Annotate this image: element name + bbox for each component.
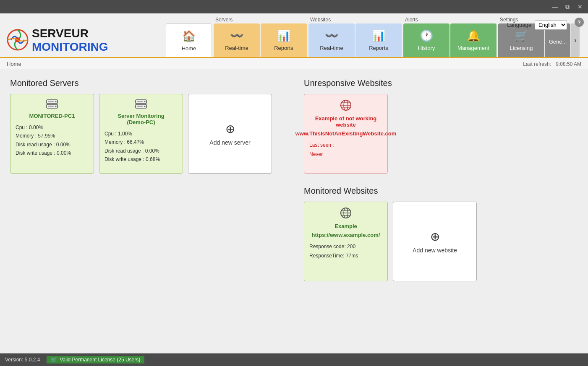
tab-servers-reports-label: Reports xyxy=(274,45,293,51)
last-seen-value: Never xyxy=(309,150,334,159)
add-website-label: Add new website xyxy=(413,247,457,254)
tab-websites-realtime[interactable]: 〰️ Real-time xyxy=(308,23,355,57)
websites-reports-icon: 📊 xyxy=(372,29,385,42)
unresponsive-site-url-1: www.ThisIsNotAnExistingWebsite.com xyxy=(295,130,397,137)
unresponsive-websites-title: Unresponsive Websites xyxy=(304,78,578,88)
server-card-1[interactable]: MONITORED-PC1 Cpu : 0.00% Memory : 57.95… xyxy=(10,94,94,174)
nav-group-alerts: Alerts 🕐 History 🔔 Management xyxy=(403,17,497,57)
tab-servers-rt-label: Real-time xyxy=(225,45,248,51)
monitored-site-url-1: https://www.example.com/ xyxy=(312,232,380,238)
tab-websites-reports-label: Reports xyxy=(369,45,388,51)
last-refresh-label: Last refresh: xyxy=(523,61,551,67)
globe-ok-icon xyxy=(340,207,352,221)
minimize-button[interactable]: — xyxy=(550,2,559,11)
svg-rect-6 xyxy=(48,101,54,102)
add-server-card[interactable]: ⊕ Add new server xyxy=(188,94,272,174)
unresponsive-site-stats-1: Last seen : Never xyxy=(309,141,334,159)
home-icon: 🏠 xyxy=(182,30,196,43)
statusbar: Version: 5.0.2.4 🛒 Valid Permanent Licen… xyxy=(0,353,588,366)
websites-rt-icon: 〰️ xyxy=(325,29,338,42)
server-card-2[interactable]: Server Monitoring(Demo-PC) Cpu : 1.00% M… xyxy=(99,94,183,174)
header: SERVEUR MONITORING . 🏠 Home Servers 〰️ R… xyxy=(0,13,588,58)
server-icon-2 xyxy=(135,99,147,111)
server-name-2: Server Monitoring(Demo-PC) xyxy=(118,113,164,125)
monitored-website-cards-row: Example https://www.example.com/ Respons… xyxy=(304,202,578,281)
last-seen-label: Last seen : xyxy=(309,141,334,150)
svg-point-10 xyxy=(144,101,146,102)
server-stats-1: Cpu : 0.00% Memory : 57.95% Disk read us… xyxy=(16,123,71,158)
right-column: Unresponsive Websites Example of not wor… xyxy=(304,78,578,348)
svg-point-5 xyxy=(55,106,57,107)
svg-rect-12 xyxy=(137,101,143,102)
last-refresh-time: 9:08:50 AM xyxy=(556,61,581,67)
add-server-icon: ⊕ xyxy=(225,122,235,136)
language-select[interactable]: English French Spanish German xyxy=(535,20,567,30)
monitored-servers-title: Monitored Servers xyxy=(10,78,287,88)
unresponsive-site-card-1[interactable]: Example of not working website www.ThisI… xyxy=(304,94,388,174)
realtime-icon: 〰️ xyxy=(230,29,243,42)
nav-group-alerts-label: Alerts xyxy=(403,17,420,23)
license-icon: 🛒 xyxy=(51,357,57,363)
tab-home[interactable]: 🏠 Home xyxy=(166,23,212,57)
nav-group-websites-label: Websites xyxy=(308,17,332,23)
server-cpu-1: Cpu : 0.00% xyxy=(16,123,71,132)
monitored-websites-section: Monitored Websites Example https://www.e xyxy=(304,186,578,281)
response-time: ResponseTime: 77ms xyxy=(309,252,358,261)
monitored-site-card-1[interactable]: Example https://www.example.com/ Respons… xyxy=(304,202,388,281)
tab-licensing-label: Licensing xyxy=(510,45,533,51)
nav-group-websites: Websites 〰️ Real-time 📊 Reports xyxy=(308,17,402,57)
cart-icon: 🛒 xyxy=(515,29,528,42)
monitored-servers-section: Monitored Servers MONITORE xyxy=(10,78,287,174)
server-cards-row: MONITORED-PC1 Cpu : 0.00% Memory : 57.95… xyxy=(10,94,287,174)
tab-servers-realtime[interactable]: 〰️ Real-time xyxy=(214,23,260,57)
language-area: Language English French Spanish German xyxy=(507,20,567,30)
response-code: Response code: 200 xyxy=(309,242,358,252)
server-cpu-2: Cpu : 1.00% xyxy=(105,130,160,138)
logo-icon xyxy=(7,29,29,52)
add-website-icon: ⊕ xyxy=(430,230,440,244)
unresponsive-site-name-1: Example of not working website xyxy=(309,115,382,128)
close-button[interactable]: ✕ xyxy=(575,2,585,11)
tab-websites-reports[interactable]: 📊 Reports xyxy=(355,23,402,57)
tab-alerts-mgmt-label: Management xyxy=(457,45,489,51)
nav-more-button[interactable]: › xyxy=(571,23,580,57)
nav-group-servers: Servers 〰️ Real-time 📊 Reports xyxy=(214,17,307,57)
unresponsive-cards-row: Example of not working website www.ThisI… xyxy=(304,94,578,174)
add-website-card[interactable]: ⊕ Add new website xyxy=(393,202,477,281)
tab-servers-reports[interactable]: 📊 Reports xyxy=(261,23,307,57)
tab-alerts-history-label: History xyxy=(418,45,435,51)
globe-error-icon xyxy=(340,99,352,114)
breadcrumb-bar: Home Last refresh: 9:08:50 AM xyxy=(0,58,588,70)
svg-point-4 xyxy=(55,101,57,102)
bell-icon: 🔔 xyxy=(467,29,480,42)
license-label: Valid Permanent License (25 Users) xyxy=(60,357,140,363)
main-content: Monitored Servers MONITORE xyxy=(0,70,588,356)
nav-group-servers-label: Servers xyxy=(214,17,234,23)
server-diskwrite-1: Disk write usage : 0.00% xyxy=(16,149,71,157)
monitored-site-name-1: Example xyxy=(335,223,357,229)
server-diskwrite-2: Disk write usage : 0.68% xyxy=(105,155,160,164)
server-icon-1 xyxy=(46,99,58,111)
nav-group-home: . 🏠 Home xyxy=(166,17,212,57)
add-server-label: Add new server xyxy=(209,139,250,146)
last-refresh: Last refresh: 9:08:50 AM xyxy=(523,61,581,67)
server-stats-2: Cpu : 1.00% Memory : 66.47% Disk read us… xyxy=(105,130,160,164)
license-badge: 🛒 Valid Permanent License (25 Users) xyxy=(47,356,144,363)
tab-alerts-history[interactable]: 🕐 History xyxy=(403,23,449,57)
restore-button[interactable]: ⧉ xyxy=(563,2,572,11)
reports-icon: 📊 xyxy=(277,29,290,42)
language-label: Language xyxy=(507,22,531,28)
tab-home-label: Home xyxy=(182,45,196,52)
server-memory-1: Memory : 57.95% xyxy=(16,132,71,140)
left-column: Monitored Servers MONITORE xyxy=(10,78,287,348)
titlebar: — ⧉ ✕ xyxy=(0,0,588,13)
tab-websites-rt-label: Real-time xyxy=(320,45,343,51)
logo-area: SERVEUR MONITORING xyxy=(7,27,157,54)
svg-rect-13 xyxy=(137,106,143,107)
monitored-websites-title: Monitored Websites xyxy=(304,186,578,196)
monitored-site-stats-1: Response code: 200 ResponseTime: 77ms xyxy=(309,242,358,260)
tab-general-label: Gene... xyxy=(549,39,567,45)
help-button[interactable]: ? xyxy=(575,18,584,27)
svg-point-11 xyxy=(144,106,146,107)
tab-alerts-management[interactable]: 🔔 Management xyxy=(450,23,497,57)
